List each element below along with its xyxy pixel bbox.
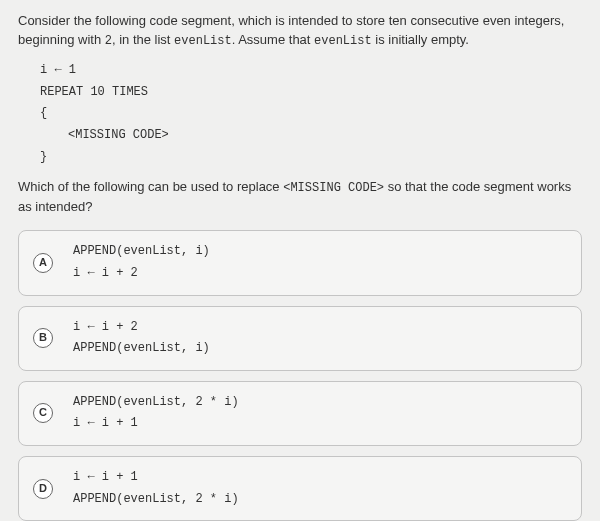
option-letter-b: B — [33, 328, 53, 348]
intro-text-3: . Assume that — [232, 32, 314, 47]
intro-code-3: evenList — [314, 34, 372, 48]
option-code-c: APPEND(evenList, 2 * i) i ← i + 1 — [73, 392, 239, 435]
question-followup: Which of the following can be used to re… — [18, 178, 582, 216]
option-b[interactable]: B i ← i + 2 APPEND(evenList, i) — [18, 306, 582, 371]
option-a[interactable]: A APPEND(evenList, i) i ← i + 2 — [18, 230, 582, 295]
intro-code-1: 2 — [105, 34, 112, 48]
options-list: A APPEND(evenList, i) i ← i + 2 B i ← i … — [18, 230, 582, 521]
code-line: } — [40, 147, 582, 169]
intro-text-2: , in the list — [112, 32, 174, 47]
code-line: i ← 1 — [40, 60, 582, 82]
option-c[interactable]: C APPEND(evenList, 2 * i) i ← i + 1 — [18, 381, 582, 446]
intro-text-4: is initially empty. — [372, 32, 469, 47]
question-intro: Consider the following code segment, whi… — [18, 12, 582, 50]
option-d[interactable]: D i ← i + 1 APPEND(evenList, 2 * i) — [18, 456, 582, 521]
option-letter-c: C — [33, 403, 53, 423]
code-block: i ← 1 REPEAT 10 TIMES { <MISSING CODE> } — [40, 60, 582, 168]
option-code-b: i ← i + 2 APPEND(evenList, i) — [73, 317, 210, 360]
option-letter-d: D — [33, 479, 53, 499]
code-line: { — [40, 103, 582, 125]
code-line: <MISSING CODE> — [40, 125, 582, 147]
code-line: REPEAT 10 TIMES — [40, 82, 582, 104]
option-code-d: i ← i + 1 APPEND(evenList, 2 * i) — [73, 467, 239, 510]
followup-code: <MISSING CODE> — [283, 181, 384, 195]
followup-text-1: Which of the following can be used to re… — [18, 179, 283, 194]
intro-code-2: evenList — [174, 34, 232, 48]
option-code-a: APPEND(evenList, i) i ← i + 2 — [73, 241, 210, 284]
option-letter-a: A — [33, 253, 53, 273]
